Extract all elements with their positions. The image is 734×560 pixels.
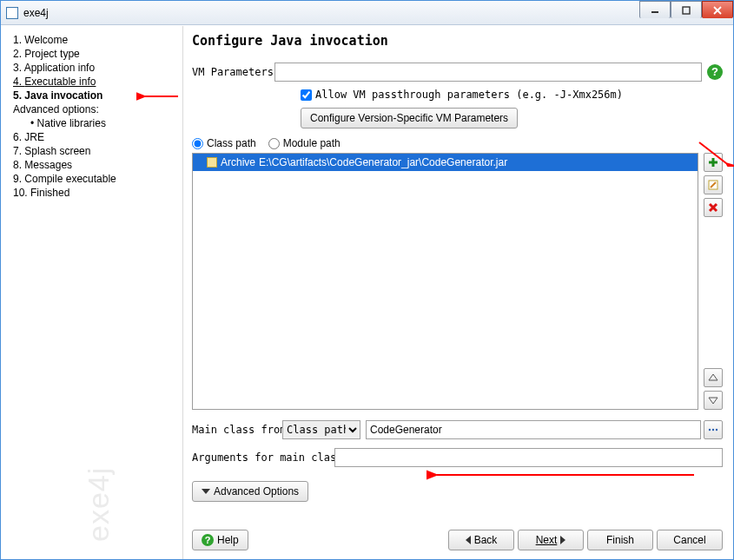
close-button[interactable] bbox=[702, 1, 733, 18]
minimize-button[interactable] bbox=[639, 1, 671, 18]
move-down-button[interactable] bbox=[704, 391, 723, 410]
args-row: Arguments for main class: bbox=[192, 448, 723, 467]
annotation-arrow-mainclass bbox=[427, 468, 696, 482]
list-tools bbox=[698, 153, 723, 410]
modulepath-radio-label[interactable]: Module path bbox=[268, 137, 341, 149]
page-title: Configure Java invocation bbox=[192, 33, 723, 49]
allow-passthrough-label: Allow VM passthrough parameters (e.g. -J… bbox=[315, 89, 623, 101]
vm-params-input[interactable] bbox=[274, 63, 702, 82]
vm-params-row: VM Parameters: ? bbox=[192, 63, 723, 82]
chevron-down-icon bbox=[202, 489, 210, 494]
mainclass-label: Main class from bbox=[192, 424, 282, 436]
content-area: 1. Welcome 2. Project type 3. Applicatio… bbox=[1, 25, 733, 559]
window-buttons bbox=[639, 1, 733, 24]
classpath-entry-path: E:\CG\artifacts\CodeGenerator_jar\CodeGe… bbox=[259, 156, 507, 168]
advanced-options-button[interactable]: Advanced Options bbox=[192, 481, 308, 502]
svg-rect-1 bbox=[683, 7, 690, 14]
move-up-button[interactable] bbox=[704, 368, 723, 387]
title-left: exe4j bbox=[6, 7, 49, 19]
args-input[interactable] bbox=[334, 448, 723, 467]
step-splash[interactable]: 7. Splash screen bbox=[6, 144, 177, 158]
next-button[interactable]: Next bbox=[518, 530, 584, 550]
step-welcome[interactable]: 1. Welcome bbox=[6, 33, 177, 47]
sidebar: 1. Welcome 2. Project type 3. Applicatio… bbox=[1, 26, 183, 559]
vm-params-label: VM Parameters: bbox=[192, 66, 274, 78]
step-executable-info[interactable]: 4. Executable info bbox=[6, 75, 177, 89]
main-panel: Configure Java invocation VM Parameters:… bbox=[183, 26, 733, 559]
svg-point-18 bbox=[716, 429, 717, 431]
step-jre[interactable]: 6. JRE bbox=[6, 130, 177, 144]
classpath-entry[interactable]: Archive E:\CG\artifacts\CodeGenerator_ja… bbox=[193, 154, 698, 171]
triangle-left-icon bbox=[466, 536, 471, 544]
cancel-button[interactable]: Cancel bbox=[657, 530, 723, 550]
mainclass-input[interactable] bbox=[366, 420, 701, 439]
svg-marker-12 bbox=[709, 374, 717, 380]
mainclass-from-select[interactable]: Class path bbox=[282, 420, 360, 439]
allow-passthrough-checkbox[interactable] bbox=[301, 89, 312, 101]
advanced-options-label: Advanced options: bbox=[6, 102, 177, 116]
watermark: exe4j bbox=[82, 467, 116, 542]
app-icon bbox=[6, 7, 18, 19]
classpath-radio-label[interactable]: Class path bbox=[192, 137, 256, 149]
step-app-info[interactable]: 3. Application info bbox=[6, 61, 177, 75]
classpath-entry-prefix: Archive bbox=[221, 156, 255, 168]
mainclass-row: Main class from Class path bbox=[192, 420, 723, 439]
modulepath-radio[interactable] bbox=[268, 138, 280, 149]
titlebar: exe4j bbox=[1, 1, 733, 25]
nav-buttons: Back Next Finish Cancel bbox=[448, 530, 723, 550]
step-messages[interactable]: 8. Messages bbox=[6, 158, 177, 172]
config-version-button[interactable]: Configure Version-Specific VM Parameters bbox=[301, 108, 518, 128]
triangle-right-icon bbox=[560, 536, 565, 544]
delete-entry-button[interactable] bbox=[704, 198, 723, 217]
help-icon[interactable]: ? bbox=[707, 64, 723, 80]
args-label: Arguments for main class: bbox=[192, 451, 334, 464]
add-entry-button[interactable] bbox=[704, 153, 723, 172]
passthrough-row: Allow VM passthrough parameters (e.g. -J… bbox=[301, 89, 723, 101]
step-compile[interactable]: 9. Compile executable bbox=[6, 172, 177, 186]
svg-point-17 bbox=[712, 429, 714, 431]
finish-button[interactable]: Finish bbox=[587, 530, 653, 550]
step-project-type[interactable]: 2. Project type bbox=[6, 47, 177, 61]
svg-marker-13 bbox=[709, 398, 717, 404]
maximize-button[interactable] bbox=[671, 1, 702, 18]
jar-icon bbox=[207, 157, 217, 168]
exe4j-window: exe4j 1. Welcome 2. Project type 3. Appl… bbox=[0, 0, 734, 560]
svg-point-16 bbox=[709, 429, 711, 431]
step-list: 1. Welcome 2. Project type 3. Applicatio… bbox=[6, 33, 177, 200]
help-round-icon: ? bbox=[202, 534, 214, 546]
window-title: exe4j bbox=[23, 7, 49, 19]
edit-entry-button[interactable] bbox=[704, 175, 723, 194]
path-radio-row: Class path Module path bbox=[192, 137, 723, 149]
back-button[interactable]: Back bbox=[448, 530, 514, 550]
help-button[interactable]: ? Help bbox=[192, 530, 248, 550]
mainclass-browse-button[interactable] bbox=[704, 420, 723, 439]
step-finished[interactable]: 10. Finished bbox=[6, 186, 177, 200]
step-java-invocation[interactable]: 5. Java invocation bbox=[6, 89, 177, 102]
classpath-list[interactable]: Archive E:\CG\artifacts\CodeGenerator_ja… bbox=[192, 153, 698, 410]
classpath-list-container: Archive E:\CG\artifacts\CodeGenerator_ja… bbox=[192, 153, 723, 410]
config-version-row: Configure Version-Specific VM Parameters bbox=[301, 108, 723, 128]
footer: ? Help Back Next Finish Cancel bbox=[192, 517, 723, 550]
classpath-radio[interactable] bbox=[192, 138, 203, 149]
advanced-native-libraries[interactable]: • Native libraries bbox=[6, 116, 177, 130]
